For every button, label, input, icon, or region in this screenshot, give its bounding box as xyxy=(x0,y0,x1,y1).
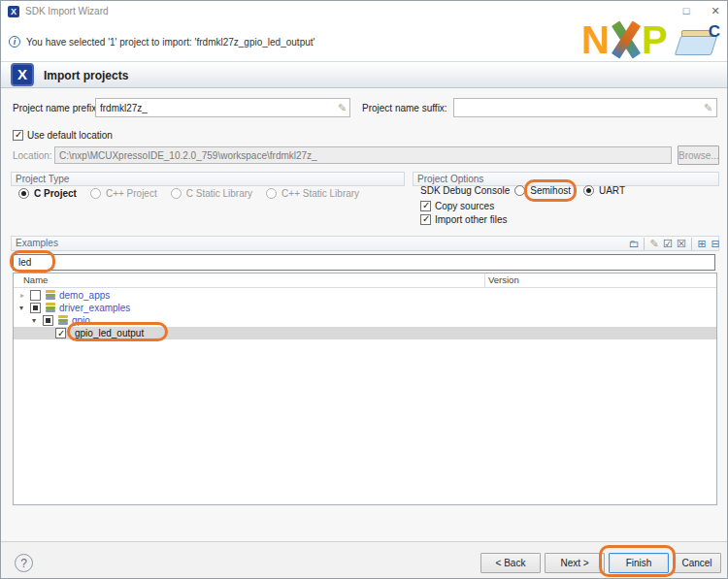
project-type-options: C Project C++ Project C Static Library C… xyxy=(18,188,359,199)
nxp-letter-n: N xyxy=(581,18,608,62)
column-name[interactable]: Name xyxy=(23,274,48,285)
expand-all-icon[interactable]: ⊞ xyxy=(695,237,709,250)
next-label: Next > xyxy=(560,558,588,568)
uart-radio[interactable] xyxy=(583,185,594,196)
nxp-letter-p: P xyxy=(642,18,666,62)
copy-sources-row[interactable]: Copy sources xyxy=(420,201,494,211)
cpp-project-label: C++ Project xyxy=(106,188,157,199)
use-default-location-row[interactable]: Use default location xyxy=(13,130,113,141)
filter-text: led xyxy=(18,257,31,268)
collapse-all-icon[interactable]: ⊟ xyxy=(709,237,722,250)
app-icon: X xyxy=(8,6,19,17)
use-default-location-checkbox[interactable] xyxy=(13,130,23,141)
c-static-lib-label: C Static Library xyxy=(186,188,252,199)
info-message: You have selected '1' project to import:… xyxy=(26,37,314,48)
next-button[interactable]: Next > xyxy=(545,553,605,573)
finish-button[interactable]: Finish xyxy=(609,553,669,573)
category-stack-icon xyxy=(58,315,68,325)
cancel-label: Cancel xyxy=(681,558,711,568)
semihost-radio[interactable] xyxy=(514,185,525,196)
location-input xyxy=(54,146,672,164)
window-title: SDK Import Wizard xyxy=(25,6,109,16)
nxp-letter-x xyxy=(609,18,642,61)
examples-title: Examples xyxy=(16,238,58,248)
c-static-lib-radio[interactable] xyxy=(171,188,182,199)
deselect-all-icon[interactable]: ☒ xyxy=(675,237,688,250)
help-icon: ? xyxy=(20,557,27,570)
copy-sources-checkbox[interactable] xyxy=(420,201,431,211)
examples-header: Examples xyxy=(11,236,719,251)
import-archive-icon[interactable]: 🗀 xyxy=(627,237,641,250)
cpp-static-lib-radio[interactable] xyxy=(266,188,277,199)
prefix-label: Project name prefix: xyxy=(13,103,99,113)
category-stack-icon xyxy=(46,290,55,300)
suffix-edit-icon: ✎ xyxy=(704,102,712,114)
collapse-arrow-icon[interactable]: ▾ xyxy=(19,302,23,314)
debug-console-label: SDK Debug Console xyxy=(420,185,510,196)
help-button[interactable]: ? xyxy=(15,554,33,572)
tree-label[interactable]: driver_examples xyxy=(59,302,130,314)
maximize-button[interactable]: □ xyxy=(678,3,695,18)
uart-label: UART xyxy=(599,185,625,196)
back-button[interactable]: < Back xyxy=(480,553,541,573)
import-projects-icon: X xyxy=(11,63,34,86)
suffix-input[interactable] xyxy=(453,98,717,117)
driver-examples-checkbox[interactable] xyxy=(30,303,41,313)
c-project-radio[interactable] xyxy=(18,188,29,199)
browse-label: Browse... xyxy=(678,150,719,161)
demo-apps-checkbox[interactable] xyxy=(30,290,41,301)
suffix-label: Project name suffix: xyxy=(362,103,447,113)
tree-row-demo-apps[interactable]: ▸ demo_apps xyxy=(14,289,716,302)
use-default-location-label: Use default location xyxy=(27,130,113,141)
import-other-files-checkbox[interactable] xyxy=(420,214,431,225)
collapse-arrow-icon[interactable]: ▾ xyxy=(32,314,36,327)
tree-label[interactable]: gpio_led_output xyxy=(75,327,144,339)
finish-label: Finish xyxy=(626,558,652,568)
tree-row-gpio-led-output[interactable]: gpio_led_output xyxy=(14,327,716,339)
nxp-logo: N P xyxy=(581,20,678,65)
info-icon: i xyxy=(9,36,20,48)
expand-arrow-icon[interactable]: ▸ xyxy=(20,289,24,302)
gpio-led-output-checkbox[interactable] xyxy=(55,328,66,338)
import-other-files-row[interactable]: Import other files xyxy=(420,214,507,225)
sdk-import-wizard-window: X SDK Import Wizard □ ✕ i You have selec… xyxy=(0,0,728,579)
cancel-button[interactable]: Cancel xyxy=(673,553,721,573)
edit-filter-icon[interactable]: ✎ xyxy=(647,237,661,250)
close-button[interactable]: ✕ xyxy=(707,3,724,18)
back-label: < Back xyxy=(496,558,526,568)
prefix-edit-icon: ✎ xyxy=(338,102,347,114)
c-project-label: C Project xyxy=(34,188,77,199)
tree-label[interactable]: gpio xyxy=(72,314,90,327)
table-header: Name Version xyxy=(14,273,716,288)
category-stack-icon xyxy=(46,303,55,312)
select-all-icon[interactable]: ☑ xyxy=(661,237,675,250)
cpp-static-lib-label: C++ Static Library xyxy=(281,188,359,199)
debug-console-row: SDK Debug Console Semihost UART xyxy=(420,185,625,196)
close-icon: ✕ xyxy=(711,5,719,16)
copy-sources-label: Copy sources xyxy=(435,201,494,211)
gpio-checkbox[interactable] xyxy=(43,315,53,326)
project-options-header: Project Options xyxy=(413,172,719,186)
tree-row-driver-examples[interactable]: ▾ driver_examples xyxy=(14,302,716,314)
cpp-project-radio[interactable] xyxy=(90,188,101,199)
page-title: Import projects xyxy=(44,69,128,82)
examples-toolbar: 🗀 ✎ ☑ ☒ ⊞ ⊟ xyxy=(627,237,722,250)
examples-filter-input[interactable]: led xyxy=(13,254,715,271)
prefix-input[interactable] xyxy=(95,98,350,117)
tree-row-gpio[interactable]: ▾ gpio xyxy=(14,314,716,327)
mcuxpresso-folder-icon: C xyxy=(678,24,720,59)
semihost-label: Semihost xyxy=(530,185,571,196)
project-type-header: Project Type xyxy=(11,172,405,186)
column-version[interactable]: Version xyxy=(488,274,519,285)
location-label: Location: xyxy=(13,150,52,161)
browse-button[interactable]: Browse... xyxy=(678,145,719,165)
import-other-files-label: Import other files xyxy=(435,214,507,225)
examples-table: Name Version ▸ demo_apps ▾ driver_exampl… xyxy=(13,273,717,505)
tree-label[interactable]: demo_apps xyxy=(59,289,110,302)
folder-c-letter: C xyxy=(709,22,720,42)
maximize-icon: □ xyxy=(683,5,690,16)
